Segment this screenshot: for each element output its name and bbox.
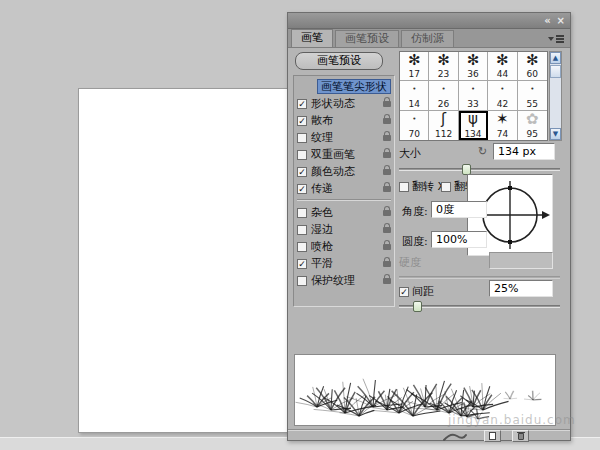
- checkbox[interactable]: ✓: [297, 167, 307, 177]
- lock-icon[interactable]: [383, 135, 391, 141]
- brush-thumb[interactable]: •55: [518, 81, 547, 110]
- checkbox[interactable]: [297, 225, 307, 235]
- size-slider[interactable]: [399, 168, 560, 171]
- collapse-panel-icon[interactable]: «: [544, 16, 550, 26]
- panel-footer: [288, 429, 570, 442]
- delete-brush-button[interactable]: [512, 430, 529, 442]
- list-item-dual-brush[interactable]: 双重画笔: [294, 146, 394, 163]
- hardness-label: 硬度: [399, 255, 421, 270]
- checkbox[interactable]: [297, 276, 307, 286]
- checkbox[interactable]: ✓: [297, 184, 307, 194]
- brush-thumb[interactable]: •33: [459, 81, 488, 110]
- angle-field[interactable]: 0度: [431, 201, 487, 218]
- hardness-field: [489, 252, 553, 269]
- list-item-texture[interactable]: 纹理: [294, 129, 394, 146]
- size-label: 大小: [399, 146, 421, 161]
- reset-icon[interactable]: ↻: [478, 145, 487, 158]
- scroll-up-icon[interactable]: ▲: [550, 52, 561, 64]
- scrollbar-thumb[interactable]: [550, 65, 561, 78]
- brush-stroke-icon[interactable]: [443, 431, 467, 442]
- new-page-icon: [489, 432, 496, 440]
- lock-icon[interactable]: [383, 227, 391, 233]
- flip-x-checkbox[interactable]: 翻转 X: [399, 179, 445, 194]
- brush-thumb[interactable]: ✻36: [459, 52, 488, 81]
- brush-thumb[interactable]: ✻23: [429, 52, 458, 81]
- lock-icon[interactable]: [383, 169, 391, 175]
- spacing-checkbox[interactable]: ✓ 间距: [399, 284, 434, 299]
- brush-thumb[interactable]: ✻17: [400, 52, 429, 81]
- panel-menu-icon[interactable]: [548, 34, 564, 44]
- list-divider: [297, 199, 391, 201]
- tab-brush[interactable]: 画笔: [291, 29, 333, 47]
- lock-icon[interactable]: [383, 186, 391, 192]
- brush-thumb[interactable]: •26: [429, 81, 458, 110]
- hardness-slider: [399, 276, 560, 279]
- close-panel-icon[interactable]: ×: [557, 16, 565, 26]
- brush-thumb[interactable]: ✶74: [488, 111, 517, 140]
- trash-icon: [518, 433, 524, 440]
- brush-thumb[interactable]: •14: [400, 81, 429, 110]
- brush-thumb[interactable]: ʃ112: [429, 111, 458, 140]
- brush-thumb[interactable]: ✻60: [518, 52, 547, 81]
- tab-clone-source[interactable]: 仿制源: [401, 30, 454, 47]
- brush-thumb[interactable]: •42: [488, 81, 517, 110]
- checkbox[interactable]: [297, 150, 307, 160]
- grid-scrollbar[interactable]: ▲ ▼: [549, 51, 562, 141]
- list-item-noise[interactable]: 杂色: [294, 204, 394, 221]
- panel-body: 画笔预设 画笔笔尖形状 ✓ 形状动态 ✓ 散布 纹理: [288, 49, 570, 440]
- lock-icon[interactable]: [383, 101, 391, 107]
- checkbox[interactable]: [297, 208, 307, 218]
- list-item-scattering[interactable]: ✓ 散布: [294, 112, 394, 129]
- brush-thumb[interactable]: ✿95: [518, 111, 547, 140]
- brush-thumb[interactable]: •70: [400, 111, 429, 140]
- list-item-color-dynamics[interactable]: ✓ 颜色动态: [294, 163, 394, 180]
- spacing-slider[interactable]: [399, 305, 560, 308]
- checkbox[interactable]: [297, 242, 307, 252]
- lock-icon[interactable]: [383, 118, 391, 124]
- watermark: jingyan.baidu.com: [448, 413, 576, 427]
- lock-icon[interactable]: [383, 210, 391, 216]
- brush-options-list: 画笔笔尖形状 ✓ 形状动态 ✓ 散布 纹理 双重画笔: [293, 75, 395, 307]
- brush-thumbnail-grid: ✻17 ✻23 ✻36 ✻44 ✻60 •14 •26 •33 •42 •55 …: [399, 51, 548, 141]
- brush-thumb[interactable]: ✻44: [488, 52, 517, 81]
- lock-icon[interactable]: [383, 152, 391, 158]
- lock-icon[interactable]: [383, 244, 391, 250]
- panel-tabbar: 画笔 画笔预设 仿制源: [288, 29, 570, 48]
- checkbox[interactable]: ✓: [297, 259, 307, 269]
- size-field[interactable]: 134 px: [493, 143, 555, 160]
- checkbox[interactable]: [297, 133, 307, 143]
- lock-icon[interactable]: [383, 278, 391, 284]
- scroll-down-icon[interactable]: ▼: [550, 128, 561, 140]
- brush-presets-button[interactable]: 画笔预设: [295, 52, 383, 70]
- list-item-smoothing[interactable]: ✓ 平滑: [294, 255, 394, 272]
- checkbox[interactable]: ✓: [297, 99, 307, 109]
- lock-icon[interactable]: [383, 261, 391, 267]
- list-item-brush-tip-shape[interactable]: 画笔笔尖形状: [294, 78, 394, 95]
- list-item-airbrush[interactable]: 喷枪: [294, 238, 394, 255]
- list-item-shape-dynamics[interactable]: ✓ 形状动态: [294, 95, 394, 112]
- list-item-wet-edges[interactable]: 湿边: [294, 221, 394, 238]
- list-item-protect-texture[interactable]: 保护纹理: [294, 272, 394, 289]
- checkbox[interactable]: ✓: [297, 116, 307, 126]
- brushes-panel: « × 画笔 画笔预设 仿制源 画笔预设 画笔笔尖形状 ✓ 形状动态 ✓ 散布: [287, 12, 571, 441]
- spacing-field[interactable]: 25%: [489, 280, 553, 297]
- panel-titlebar[interactable]: « ×: [288, 13, 570, 29]
- tab-brush-presets[interactable]: 画笔预设: [335, 30, 399, 47]
- selected-item-label: 画笔笔尖形状: [317, 79, 391, 94]
- angle-label: 角度:: [402, 204, 428, 219]
- new-brush-button[interactable]: [484, 430, 501, 442]
- document-canvas[interactable]: [78, 88, 290, 433]
- spacing-slider-thumb[interactable]: [413, 301, 422, 312]
- list-item-transfer[interactable]: ✓ 传递: [294, 180, 394, 197]
- brush-thumb-selected[interactable]: ψ134: [459, 111, 488, 140]
- roundness-label: 圆度:: [402, 234, 428, 249]
- roundness-field[interactable]: 100%: [431, 231, 487, 248]
